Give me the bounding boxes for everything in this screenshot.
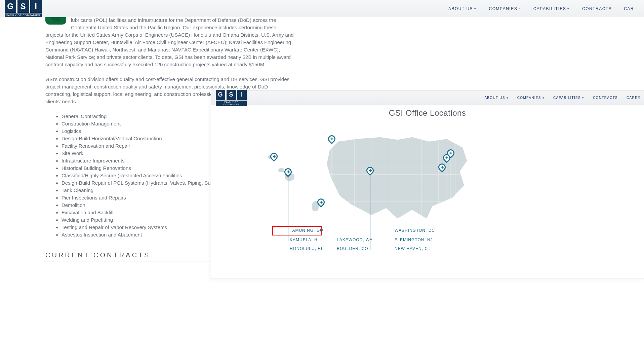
lead-line xyxy=(442,171,442,232)
lead-line xyxy=(274,160,274,250)
label-tamuning: TAMUNING, GU xyxy=(290,228,323,233)
overlay-sticky-header: G S I FAMILY OF COMPANIES ABOUT US COMPA… xyxy=(211,91,644,105)
brand-logo[interactable]: G S I FAMILY OF COMPANIES xyxy=(5,0,42,17)
label-flemington: FLEMINGTON, NJ xyxy=(395,238,433,242)
main-nav: ABOUT US COMPANIES CAPABILITIES CONTRACT… xyxy=(448,6,634,11)
overlay-brand-blocks: G S I xyxy=(216,90,247,100)
lead-line xyxy=(447,161,447,241)
brand-letter-g: G xyxy=(5,0,16,13)
main-sticky-header: G S I FAMILY OF COMPANIES ABOUT US COMPA… xyxy=(0,0,644,17)
brand-letter-i: I xyxy=(30,0,42,13)
label-honolulu: HONOLULU, HI xyxy=(290,246,322,251)
nav-careers-cut[interactable]: CAR xyxy=(624,6,634,11)
nav-capabilities[interactable]: CAPABILITIES xyxy=(533,6,570,11)
overlay-nav-careers-cut[interactable]: CAREE xyxy=(627,96,640,100)
overlay-brand-logo[interactable]: G S I FAMILY OF COMPANIES xyxy=(216,90,247,106)
overlay-nav-companies[interactable]: COMPANIES xyxy=(517,96,545,100)
label-washington: WASHINGTON, DC xyxy=(395,228,435,233)
brand-logo-blocks: G S I xyxy=(5,0,42,13)
page-root: G S I FAMILY OF COMPANIES ABOUT US COMPA… xyxy=(0,0,644,364)
brand-tagline: FAMILY OF COMPANIES xyxy=(5,13,42,17)
nav-contracts[interactable]: CONTRACTS xyxy=(582,6,612,11)
overlay-nav: ABOUT US COMPANIES CAPABILITIES CONTRACT… xyxy=(484,96,640,100)
locations-overlay: G S I FAMILY OF COMPANIES ABOUT US COMPA… xyxy=(211,90,644,279)
locations-title: GSI Office Locations xyxy=(211,108,644,118)
map-island-shape xyxy=(278,168,284,172)
overlay-nav-about-us[interactable]: ABOUT US xyxy=(484,96,508,100)
nav-companies[interactable]: COMPANIES xyxy=(489,6,521,11)
overlay-nav-capabilities[interactable]: CAPABILITIES xyxy=(553,96,584,100)
label-newhaven: NEW HAVEN, CT xyxy=(395,246,431,251)
label-boulder: BOULDER, CO xyxy=(337,246,368,251)
map-mainland-shape xyxy=(325,135,470,222)
overlay-brand-tagline: FAMILY OF COMPANIES xyxy=(216,101,247,106)
overlay-brand-letter-i: I xyxy=(237,90,247,100)
label-kamuela: KAMUELA, HI xyxy=(290,238,319,242)
overlay-nav-contracts[interactable]: CONTRACTS xyxy=(593,96,618,100)
map-stage: TAMUNING, GU KAMUELA, HI HONOLULU, HI LA… xyxy=(211,121,644,266)
label-lakewood: LAKEWOOD, WA xyxy=(337,238,373,242)
brand-letter-s: S xyxy=(17,0,29,13)
overlay-brand-letter-g: G xyxy=(216,90,225,100)
lead-line xyxy=(332,143,332,241)
lead-line xyxy=(451,157,451,250)
nav-about-us[interactable]: ABOUT US xyxy=(448,6,477,11)
overlay-brand-letter-s: S xyxy=(227,90,236,100)
section-heading-current-contracts: CURRENT CONTRACTS xyxy=(45,251,213,261)
